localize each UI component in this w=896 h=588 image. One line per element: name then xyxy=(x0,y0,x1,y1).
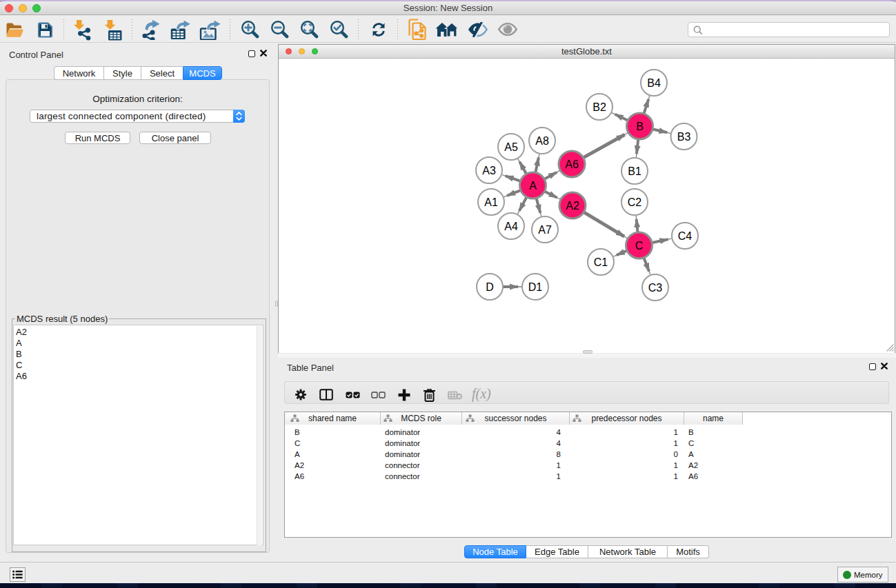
svg-text:C3: C3 xyxy=(648,282,663,294)
svg-text:A7: A7 xyxy=(538,224,552,236)
svg-text:C4: C4 xyxy=(678,230,693,242)
svg-text:A6: A6 xyxy=(565,159,579,170)
svg-text:A: A xyxy=(529,180,537,192)
svg-text:A8: A8 xyxy=(535,135,549,147)
svg-text:A2: A2 xyxy=(566,200,579,212)
svg-text:C1: C1 xyxy=(594,256,608,268)
svg-text:C2: C2 xyxy=(628,196,642,208)
svg-text:D: D xyxy=(486,281,494,293)
svg-text:B1: B1 xyxy=(628,165,641,177)
svg-text:A1: A1 xyxy=(484,196,498,208)
svg-text:A3: A3 xyxy=(482,165,496,176)
svg-text:C: C xyxy=(635,240,644,252)
svg-text:B4: B4 xyxy=(647,77,661,89)
svg-text:B2: B2 xyxy=(593,101,606,113)
svg-text:B: B xyxy=(636,121,644,132)
svg-text:D1: D1 xyxy=(528,281,543,293)
svg-text:B3: B3 xyxy=(677,131,691,143)
svg-text:A5: A5 xyxy=(504,141,518,153)
svg-text:A4: A4 xyxy=(504,221,518,232)
